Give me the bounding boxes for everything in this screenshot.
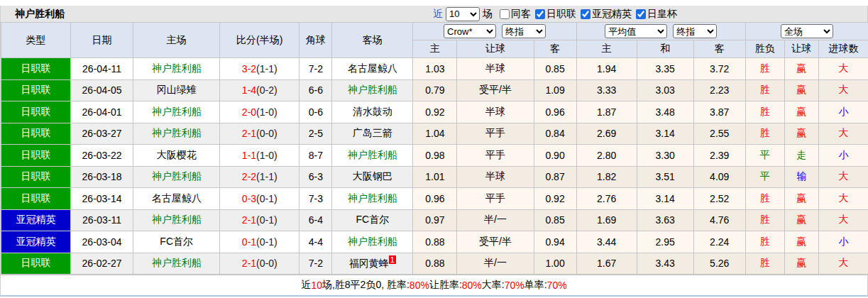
outcome-cell: 胜 — [745, 209, 784, 231]
away-team-link[interactable]: 神户胜利船 — [332, 188, 413, 210]
col-header-goals-result: 进球数 — [818, 40, 868, 58]
top-strip — [0, 0, 868, 6]
crow-odds-away-cell: 0.94 — [534, 231, 576, 253]
crow-odds-handicap-cell: 半/一 — [457, 209, 534, 231]
home-team-link[interactable]: 冈山绿雉 — [133, 79, 220, 101]
away-team-link[interactable]: 大阪钢巴 — [332, 166, 413, 188]
home-team-link[interactable]: 神户胜利船 — [133, 101, 220, 123]
fulltime-score: 1-1 — [242, 150, 256, 161]
outcome-cell: 胜 — [745, 231, 784, 253]
summary-footer: 近10场,胜8平2负0, 胜率:80% 让胜率:80% 大率:70% 单率:70… — [1, 275, 867, 297]
score-cell: 2-1(0-0) — [220, 253, 300, 275]
away-team-link[interactable]: 神户胜利船 — [332, 231, 413, 253]
score-cell: 2-1(0-0) — [220, 123, 300, 145]
avg-home-cell: 1.67 — [576, 253, 637, 275]
summary-text: 单率: — [524, 279, 547, 292]
crow-odds-away-cell: 0.84 — [534, 123, 576, 145]
summary-stat-value: 10 — [311, 280, 322, 291]
away-team-link[interactable]: 广岛三箭 — [332, 123, 413, 145]
odds-group-header: Crow* 终指 — [413, 23, 576, 40]
away-team-link[interactable]: 福冈黄蜂1 — [332, 253, 413, 275]
filter-checkbox-input-2[interactable] — [581, 9, 590, 19]
goals-result-cell: 大 — [818, 58, 868, 80]
outcome-cell: 平 — [745, 145, 784, 167]
fulltime-score: 2-2 — [242, 171, 256, 182]
summary-text: 让胜率: — [429, 279, 462, 292]
filter-checkbox-input-0[interactable] — [500, 9, 510, 19]
fulltime-score: 2-1 — [242, 128, 256, 139]
avg-away-cell: 3.87 — [693, 101, 745, 123]
away-team-link[interactable]: 神户胜利船 — [332, 79, 413, 101]
fulltime-score: 1-4 — [242, 84, 256, 96]
average-select[interactable]: 平均值 — [605, 24, 667, 38]
avg-home-cell: 1.82 — [576, 166, 637, 188]
halftime-score: (0-1) — [256, 193, 278, 204]
date-cell: 26-04-05 — [71, 79, 133, 101]
summary-text: 场,胜8平2负0, 胜率: — [322, 279, 410, 292]
league-type-cell: 日职联 — [1, 188, 71, 210]
avg-stage-select[interactable]: 终指 — [673, 24, 717, 38]
bookmaker-select[interactable]: Crow* — [444, 24, 496, 38]
away-team-name: 名古屋鲸八 — [348, 62, 397, 74]
date-cell: 26-03-11 — [71, 209, 133, 231]
header-select-row: 类型 日期 主场 比分(半场) 角球 客场 Crow* 终指 平均值 终指 — [1, 23, 868, 40]
fulltime-score: 0-3 — [242, 193, 256, 204]
crow-odds-home-cell: 0.92 — [413, 101, 457, 123]
league-type-cell: 日职联 — [1, 101, 71, 123]
date-cell: 26-03-14 — [71, 188, 133, 210]
league-filter-checkboxes: 同客日职联亚冠精英日皇杯 — [495, 8, 677, 21]
filter-checkbox-2[interactable]: 亚冠精英 — [581, 8, 632, 21]
match-row: 日职联26-02-27神户胜利船2-1(0-0)7-2福冈黄蜂10.88半/一1… — [1, 253, 868, 275]
filter-checkbox-1[interactable]: 日职联 — [535, 8, 576, 21]
home-team-link[interactable]: 神户胜利船 — [133, 166, 220, 188]
avg-away-cell: 4.76 — [693, 209, 745, 231]
halftime-score: (1-0) — [256, 106, 278, 118]
corner-cell: 6-4 — [300, 209, 332, 231]
avg-home-cell: 1.94 — [576, 58, 637, 80]
col-header-avg-draw: 和 — [637, 40, 693, 58]
away-team-link[interactable]: FC首尔 — [332, 209, 413, 231]
avg-home-cell: 1.69 — [576, 209, 637, 231]
away-team-name: 神户胜利船 — [348, 236, 397, 247]
home-team-link[interactable]: 神户胜利船 — [133, 209, 220, 231]
away-team-name: 清水鼓动 — [353, 106, 392, 117]
crow-odds-away-cell: 1.00 — [534, 253, 576, 275]
handicap-result-cell: 赢 — [784, 79, 818, 101]
home-team-link[interactable]: 神户胜利船 — [133, 58, 220, 80]
summary-text: 近 — [301, 279, 311, 292]
filter-checkbox-input-3[interactable] — [636, 9, 646, 19]
away-team-link[interactable]: 神户胜利船 — [332, 145, 413, 167]
col-header-date: 日期 — [71, 23, 133, 58]
crow-odds-handicap-cell: 受平/半 — [457, 79, 534, 101]
date-cell: 26-03-04 — [71, 231, 133, 253]
away-team-link[interactable]: 清水鼓动 — [332, 101, 413, 123]
filter-checkbox-0[interactable]: 同客 — [500, 8, 531, 21]
col-header-avg-home: 主 — [576, 40, 637, 58]
avg-away-cell: 2.52 — [693, 188, 745, 210]
match-row: 日职联26-04-05冈山绿雉1-4(0-2)6-6神户胜利船0.79受平/半1… — [1, 79, 868, 101]
home-team-link[interactable]: FC首尔 — [133, 231, 220, 253]
home-team-link[interactable]: 神户胜利船 — [133, 123, 220, 145]
home-team-link[interactable]: 名古屋鲸八 — [133, 188, 220, 210]
league-type-cell: 日职联 — [1, 253, 71, 275]
match-row: 日职联26-04-11神户胜利船3-2(1-1)7-2名古屋鲸八1.03半球0.… — [1, 58, 868, 80]
summary-stat-value: 80% — [462, 280, 482, 291]
filter-checkbox-input-1[interactable] — [535, 9, 545, 19]
date-cell: 26-02-27 — [71, 253, 133, 275]
filter-checkbox-3[interactable]: 日皇杯 — [636, 8, 677, 21]
score-cell: 2-0(1-0) — [220, 101, 300, 123]
goals-result-cell: 小 — [818, 101, 868, 123]
away-team-badge: 1 — [389, 255, 396, 264]
match-row: 日职联26-03-22大阪樱花1-1(1-0)8-7神户胜利船0.98平手0.9… — [1, 145, 868, 167]
away-team-link[interactable]: 名古屋鲸八 — [332, 58, 413, 80]
period-select[interactable]: 全场 — [781, 24, 833, 38]
col-header-home: 主场 — [133, 23, 220, 58]
home-team-link[interactable]: 大阪樱花 — [133, 145, 220, 167]
odds-stage-select[interactable]: 终指 — [502, 24, 546, 38]
fulltime-score: 2-1 — [242, 214, 256, 226]
home-team-link[interactable]: 神户胜利船 — [133, 253, 220, 275]
col-header-type: 类型 — [1, 23, 71, 58]
score-cell: 0-3(0-1) — [220, 188, 300, 210]
recent-count-select[interactable]: 10 — [446, 7, 480, 21]
avg-draw-cell: 3.30 — [637, 145, 693, 167]
